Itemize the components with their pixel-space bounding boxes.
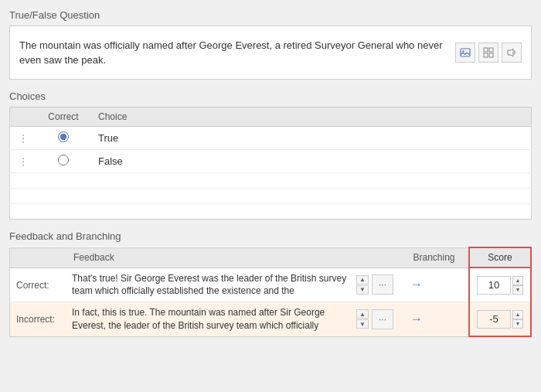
incorrect-arrow-icon: →	[410, 312, 423, 326]
svg-rect-4	[484, 53, 488, 57]
grid-icon-btn[interactable]	[478, 43, 498, 63]
audio-icon	[506, 47, 517, 58]
incorrect-feedback-text: In fact, this is true. The mountain was …	[72, 306, 353, 332]
correct-feedback-text: That's true! Sir George Everest was the …	[72, 272, 353, 298]
incorrect-score-cell: ▲ ▼	[469, 302, 531, 337]
incorrect-branching-arrow[interactable]: →	[406, 309, 427, 329]
audio-icon-btn[interactable]	[502, 43, 522, 63]
svg-rect-2	[484, 48, 488, 52]
correct-row-label: Correct:	[16, 280, 54, 291]
svg-point-1	[462, 50, 464, 52]
choices-header-row: Correct Choice	[10, 107, 532, 127]
feedback-section: Feedback and Branching Feedback Branchin…	[9, 230, 532, 337]
branching-col-header: Branching	[400, 247, 469, 268]
incorrect-row-label: Incorrect:	[16, 314, 60, 325]
choices-section-label: Choices	[9, 90, 532, 102]
choice-row-true: ⋮ True	[10, 127, 532, 150]
correct-score-wrap: ▲ ▼	[476, 276, 524, 295]
correct-header: Correct	[36, 107, 90, 127]
drag-header	[10, 107, 37, 127]
tf-section-label: True/False Question	[9, 9, 532, 21]
correct-feedback-text-col: That's true! Sir George Everest was the …	[72, 272, 353, 298]
correct-branching-arrow[interactable]: →	[406, 274, 427, 295]
correct-label: Correct:	[10, 268, 66, 302]
feedback-label-header	[10, 247, 66, 268]
feedback-row-correct: Correct: That's true! Sir George Everest…	[10, 268, 532, 302]
correct-more-btn[interactable]: ···	[372, 274, 393, 295]
correct-arrow-icon: →	[410, 278, 423, 291]
image-icon-btn[interactable]	[455, 43, 475, 63]
correct-score-input[interactable]	[477, 276, 511, 295]
feedback-col-header: Feedback	[66, 247, 400, 268]
correct-scroll-btns: ▲ ▼	[356, 275, 369, 295]
correct-score-cell: ▲ ▼	[469, 268, 531, 302]
correct-score-down[interactable]: ▼	[512, 285, 523, 295]
image-icon	[460, 47, 471, 58]
question-icons	[455, 43, 522, 63]
incorrect-score-input[interactable]	[477, 310, 511, 329]
true-false-section: True/False Question The mountain was off…	[9, 9, 532, 80]
drag-handle-true[interactable]: ⋮	[10, 127, 37, 150]
feedback-table: Feedback Branching Score Correct: That's…	[9, 247, 532, 337]
incorrect-score-up[interactable]: ▲	[512, 310, 523, 319]
empty-row-3	[10, 204, 532, 220]
incorrect-score-wrap: ▲ ▼	[476, 310, 524, 329]
main-container: True/False Question The mountain was off…	[0, 0, 541, 346]
radio-false[interactable]	[58, 155, 69, 165]
correct-branching-cell: →	[400, 268, 469, 302]
grid-icon	[483, 47, 494, 58]
correct-scroll-up[interactable]: ▲	[356, 275, 369, 285]
incorrect-label: Incorrect:	[10, 302, 66, 337]
incorrect-scroll-up[interactable]: ▲	[356, 309, 369, 319]
radio-col-true	[36, 127, 90, 150]
svg-rect-5	[489, 53, 493, 57]
score-col-header: Score	[469, 247, 531, 268]
incorrect-score-spinner: ▲ ▼	[512, 310, 523, 329]
incorrect-score-down[interactable]: ▼	[512, 319, 523, 329]
svg-rect-0	[461, 49, 470, 56]
choice-label-true: True	[90, 127, 532, 150]
correct-score-spinner: ▲ ▼	[512, 276, 523, 295]
question-text: The mountain was officially named after …	[19, 38, 446, 68]
empty-row-1	[10, 173, 532, 189]
drag-handle-false[interactable]: ⋮	[10, 150, 37, 173]
incorrect-feedback-content: In fact, this is true. The mountain was …	[72, 306, 393, 332]
choice-row-false: ⋮ False	[10, 150, 532, 173]
radio-col-false	[36, 150, 90, 173]
correct-scroll-down[interactable]: ▼	[356, 285, 369, 295]
incorrect-branching-cell: →	[400, 302, 469, 337]
question-box: The mountain was officially named after …	[9, 26, 532, 80]
correct-feedback-content: That's true! Sir George Everest was the …	[72, 272, 393, 298]
correct-score-up[interactable]: ▲	[512, 276, 523, 285]
incorrect-feedback-text-col: In fact, this is true. The mountain was …	[72, 306, 353, 332]
feedback-header-row: Feedback Branching Score	[10, 247, 532, 268]
choices-table: Correct Choice ⋮ True ⋮ False	[9, 107, 532, 220]
incorrect-more-btn[interactable]: ···	[372, 309, 393, 329]
feedback-section-label: Feedback and Branching	[9, 230, 532, 242]
incorrect-scroll-btns: ▲ ▼	[356, 309, 369, 329]
correct-feedback-cell: That's true! Sir George Everest was the …	[66, 268, 400, 302]
feedback-row-incorrect: Incorrect: In fact, this is true. The mo…	[10, 302, 532, 337]
incorrect-feedback-cell: In fact, this is true. The mountain was …	[66, 302, 400, 337]
empty-row-2	[10, 189, 532, 204]
choices-section: Choices Correct Choice ⋮ True ⋮	[9, 90, 532, 220]
svg-marker-6	[508, 49, 513, 56]
radio-true[interactable]	[58, 131, 69, 142]
svg-rect-3	[489, 48, 493, 52]
choice-label-false: False	[90, 150, 532, 173]
choice-header: Choice	[90, 107, 532, 127]
incorrect-scroll-down[interactable]: ▼	[356, 319, 369, 329]
